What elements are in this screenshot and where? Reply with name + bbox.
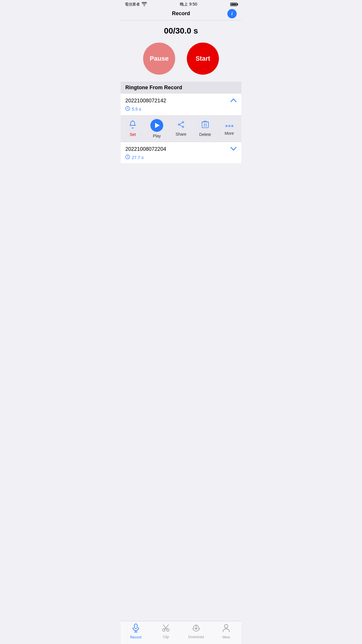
recording-name: 20221008072204 <box>125 146 166 152</box>
delete-action-button[interactable]: Delete <box>196 120 214 137</box>
page-title: Record <box>172 10 190 17</box>
section-header-label: Ringtone From Record <box>125 85 182 90</box>
info-icon: i <box>231 11 233 16</box>
more-icon <box>225 122 234 129</box>
share-action-button[interactable]: Share <box>172 121 190 136</box>
svg-point-2 <box>182 122 184 123</box>
status-bar: 電信業者 晚上 9:50 <box>121 0 241 8</box>
timer-section: 00/30.0 s Pause Start <box>121 20 241 82</box>
status-left: 電信業者 <box>125 2 147 7</box>
recording-duration: 5.5 s <box>132 106 141 111</box>
chevron-up-icon[interactable] <box>230 98 237 104</box>
timer-display: 00/30.0 s <box>125 26 237 36</box>
list-item: 20221008072142 5.5 s <box>121 94 241 116</box>
play-label: Play <box>153 134 161 138</box>
more-action-button[interactable]: More <box>221 122 238 136</box>
share-label: Share <box>175 132 186 136</box>
svg-line-5 <box>180 123 182 124</box>
item-duration-row: 27.7 s <box>121 153 241 164</box>
delete-label: Delete <box>199 132 211 137</box>
list-item-header: 20221008072142 <box>121 94 241 105</box>
share-icon <box>177 121 185 130</box>
play-circle <box>150 119 163 132</box>
empty-area <box>121 164 241 246</box>
battery-icon <box>230 3 237 6</box>
svg-point-3 <box>182 126 184 128</box>
more-label: More <box>225 131 234 136</box>
start-button[interactable]: Start <box>187 43 219 75</box>
list-item: 20221008072204 27.7 s <box>121 142 241 164</box>
recording-duration: 27.7 s <box>132 155 144 160</box>
nav-bar: Record i <box>121 8 241 20</box>
recording-name: 20221008072142 <box>125 98 166 104</box>
pause-button[interactable]: Pause <box>143 43 175 75</box>
item-duration-row: 5.5 s <box>121 105 241 115</box>
svg-line-6 <box>180 125 182 126</box>
status-right <box>230 3 237 6</box>
svg-rect-7 <box>202 122 208 128</box>
svg-point-12 <box>226 125 227 127</box>
play-action-button[interactable]: Play <box>148 119 166 138</box>
status-time: 晚上 9:50 <box>180 2 197 7</box>
svg-point-13 <box>229 125 230 127</box>
set-action-button[interactable]: Set <box>124 120 141 137</box>
item-actions: Set Play Share <box>121 116 241 142</box>
wifi-icon <box>142 2 147 7</box>
recordings-list: 20221008072142 5.5 s <box>121 94 241 164</box>
svg-point-14 <box>231 125 233 127</box>
clock-icon <box>125 106 130 112</box>
section-header: Ringtone From Record <box>121 82 241 94</box>
list-item-header: 20221008072204 <box>121 142 241 153</box>
control-buttons: Pause Start <box>125 43 237 75</box>
play-icon <box>155 123 160 128</box>
set-label: Set <box>130 132 136 137</box>
delete-icon <box>202 120 209 130</box>
bell-icon <box>129 120 136 130</box>
clock-icon <box>125 155 130 160</box>
svg-point-4 <box>178 124 180 125</box>
chevron-down-icon[interactable] <box>230 146 237 152</box>
carrier-label: 電信業者 <box>125 2 140 7</box>
info-button[interactable]: i <box>227 9 237 18</box>
